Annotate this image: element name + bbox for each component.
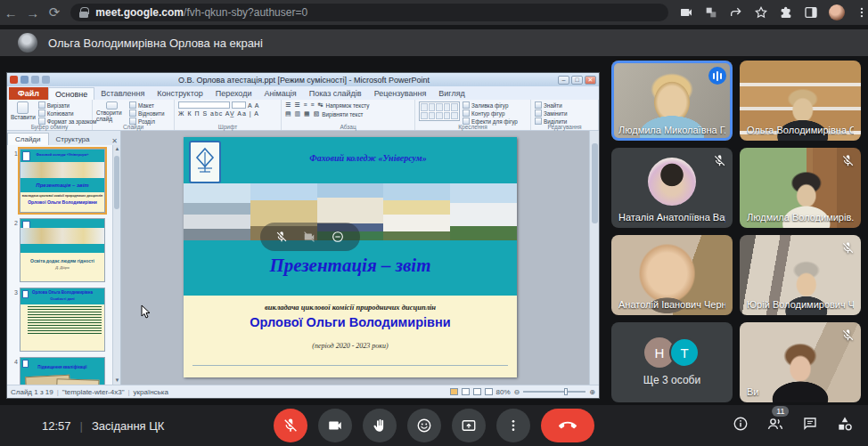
clock-time: 12:57 xyxy=(42,419,71,433)
find-button[interactable]: Знайти xyxy=(535,101,567,109)
save-icon[interactable] xyxy=(20,76,29,84)
participant-tile[interactable]: Людмила Володимирів... xyxy=(740,148,861,228)
slide-subtitle: викладача циклової комісії природничих д… xyxy=(184,303,517,312)
align-text-button[interactable]: Вирівняти текст xyxy=(322,111,363,118)
reload-icon[interactable]: ⟳ xyxy=(44,1,65,24)
panel-tab-slides[interactable]: Слайди xyxy=(7,133,49,145)
self-tile[interactable]: Ви xyxy=(740,322,861,402)
participant-name: Ви xyxy=(747,386,854,397)
view-slideshow-icon[interactable] xyxy=(485,388,493,395)
slide-thumbnail-3[interactable]: 3 Орлова Ольга Володимирівна Особисті да… xyxy=(9,288,119,352)
zoom-in-icon[interactable]: ⊕ xyxy=(589,388,595,396)
view-reading-icon[interactable] xyxy=(473,388,481,395)
more-participants-tile[interactable]: Н Т Ще 3 особи xyxy=(611,322,733,402)
overlay-cam-off-icon xyxy=(303,231,315,243)
minimize-button[interactable]: – xyxy=(558,76,569,85)
overflow-avatar: Т xyxy=(669,337,700,368)
tab-home[interactable]: Основне xyxy=(48,87,94,100)
shape-fill-button[interactable]: Заливка фігур xyxy=(463,101,518,109)
lock-icon[interactable] xyxy=(79,7,88,18)
participant-tile[interactable]: Анатолій Іванович Черн... xyxy=(611,235,733,315)
participant-name: Юрій Володимирович Ч... xyxy=(747,299,854,310)
browser-menu-icon[interactable] xyxy=(856,6,868,19)
view-normal-icon[interactable] xyxy=(450,388,458,395)
meet-bottom-bar: 12:57 | Засідання ЦК xyxy=(0,405,868,446)
meet-floating-overlay[interactable] xyxy=(260,223,360,251)
ppt-status-bar: Слайд 1 з 19 | "template-wter-4x3" | укр… xyxy=(7,385,599,398)
ppt-ribbon: Вставити Вирізати Копіювати Формат за зр… xyxy=(7,100,599,131)
browser-profile-avatar[interactable] xyxy=(829,4,845,20)
view-sorter-icon[interactable] xyxy=(462,388,470,395)
tab-animations[interactable]: Анімація xyxy=(258,87,302,100)
tab-design[interactable]: Конструктор xyxy=(151,87,209,100)
paste-button[interactable]: Вставити xyxy=(11,101,36,122)
new-slide-button[interactable]: Створити слайд xyxy=(96,101,127,122)
ppt-quick-access-toolbar[interactable] xyxy=(10,76,50,84)
tab-insert[interactable]: Вставлення xyxy=(94,87,151,100)
presenter-avatar xyxy=(18,33,37,53)
participants-button[interactable]: 11 xyxy=(766,415,784,436)
chat-button[interactable] xyxy=(802,416,818,435)
extensions-puzzle-icon[interactable] xyxy=(779,5,793,20)
slide-edit-area[interactable]: Фаховий коледж «Універсум» Презентація –… xyxy=(121,131,599,385)
forward-icon[interactable]: → xyxy=(21,1,43,24)
slide-thumbnail-2[interactable]: 2 Освіта додає людям гідності Д. Дідро xyxy=(9,218,119,282)
tab-slideshow[interactable]: Показ слайдів xyxy=(303,87,368,100)
text-direction-button[interactable]: Напрямок тексту xyxy=(325,102,369,109)
cut-button[interactable]: Вирізати xyxy=(38,101,97,109)
more-participants-label: Ще 3 особи xyxy=(611,374,733,386)
panel-scrollbar[interactable]: ▲▼ xyxy=(112,145,120,385)
reactions-button[interactable] xyxy=(407,409,441,442)
panel-tab-outline[interactable]: Структура xyxy=(49,134,97,145)
participant-tile[interactable]: Наталія Анатоліївна Вар... xyxy=(611,148,733,228)
undo-icon[interactable] xyxy=(31,76,39,84)
participant-tile[interactable]: Юрій Володимирович Ч... xyxy=(740,235,861,315)
side-panel-icon[interactable] xyxy=(804,5,818,20)
maximize-button[interactable]: □ xyxy=(571,76,583,85)
meeting-details-button[interactable] xyxy=(733,416,749,435)
tab-review[interactable]: Рецензування xyxy=(368,87,433,100)
bookmark-star-icon[interactable] xyxy=(754,5,768,20)
tab-transitions[interactable]: Переходи xyxy=(209,87,258,100)
layout-button[interactable]: Макет xyxy=(129,101,165,109)
font-size-box[interactable] xyxy=(232,101,246,109)
participant-tile[interactable]: Ольга Володимирівна О... xyxy=(740,61,861,141)
address-bar[interactable]: meet.google.com/fvh-qkun-sby?authuser=0 xyxy=(70,4,668,21)
font-style-buttons[interactable]: Ж К П S abc AV̲ Aa | A xyxy=(178,110,259,117)
end-call-button[interactable] xyxy=(541,409,594,442)
close-button[interactable]: ✕ xyxy=(585,76,596,85)
tab-view[interactable]: Вигляд xyxy=(432,87,471,100)
participant-tile[interactable]: Людмила Миколаївна Г... xyxy=(611,61,733,141)
shared-screen-powerpoint[interactable]: О.В. Орлова атестація.ppt [Режим сумісно… xyxy=(7,73,599,398)
list-buttons[interactable]: ☰ ☰ ≡ ≡ ↹ xyxy=(285,101,323,109)
shape-outline-button[interactable]: Контур фігур xyxy=(463,109,518,117)
replace-button[interactable]: Замінити xyxy=(535,109,567,117)
mic-toggle-button[interactable] xyxy=(274,409,307,442)
zoom-level: 80% xyxy=(496,388,511,396)
slide-thumbnail-4[interactable]: 4 Підвищення кваліфікації xyxy=(9,357,119,385)
copy-button[interactable]: Копіювати xyxy=(38,109,97,117)
raise-hand-button[interactable] xyxy=(363,409,397,442)
panel-close-icon[interactable]: ✕ xyxy=(111,137,118,145)
tab-file[interactable]: Файл xyxy=(9,87,48,100)
shapes-gallery[interactable] xyxy=(419,101,460,121)
zoom-out-icon[interactable]: ⊖ xyxy=(514,388,520,396)
slide-scrollbar[interactable] xyxy=(589,131,599,385)
current-slide[interactable]: Фаховий коледж «Універсум» Презентація –… xyxy=(184,137,517,377)
mic-off-icon xyxy=(841,241,855,255)
redo-icon[interactable] xyxy=(42,76,50,84)
camera-usage-icon[interactable] xyxy=(679,5,693,20)
translate-icon[interactable] xyxy=(704,5,718,20)
align-buttons[interactable]: ▤ ▥ ▦ ▧ xyxy=(285,110,320,118)
present-button[interactable] xyxy=(452,409,486,442)
zoom-slider[interactable] xyxy=(523,391,585,393)
activities-button[interactable] xyxy=(836,415,854,436)
back-icon[interactable]: ← xyxy=(0,1,21,24)
mic-off-icon xyxy=(841,328,855,342)
slide-thumbnail-1[interactable]: 1 Фаховий коледж «Універсум» Презентація… xyxy=(9,149,119,213)
more-options-button[interactable] xyxy=(496,409,530,442)
reset-button[interactable]: Відновити xyxy=(129,109,165,117)
camera-toggle-button[interactable] xyxy=(318,409,352,442)
font-name-box[interactable] xyxy=(178,101,230,109)
share-icon[interactable] xyxy=(729,5,743,20)
